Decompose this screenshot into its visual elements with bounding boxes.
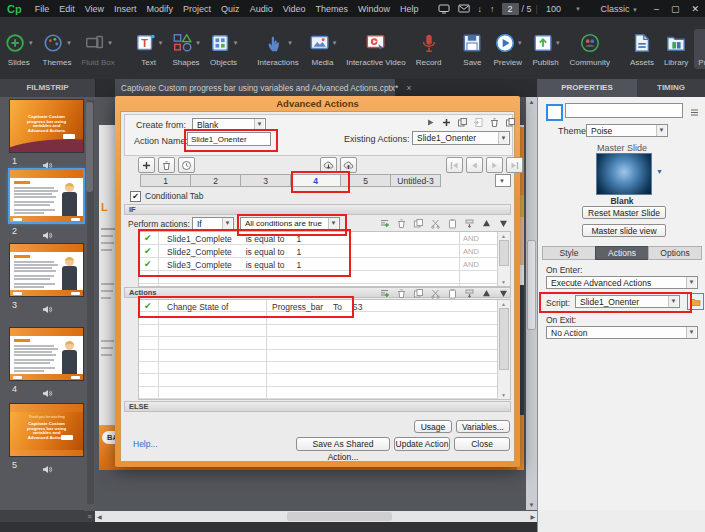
- toolbar-slides-button[interactable]: ▾Slides: [1, 29, 37, 69]
- delete-row-icon[interactable]: [395, 217, 408, 230]
- conditions-mode-dropdown[interactable]: All conditions are true▼: [240, 217, 340, 230]
- toolbar-publish-button[interactable]: ▾Publish: [528, 29, 564, 69]
- filmstrip-corner-box[interactable]: ≡: [84, 511, 95, 522]
- zoom-value[interactable]: 100: [546, 4, 561, 14]
- toolbar-record-button[interactable]: Record: [412, 29, 446, 69]
- decision-tab-overflow-dropdown[interactable]: ▼: [495, 174, 511, 187]
- action-row-empty[interactable]: [139, 350, 510, 362]
- filmstrip-slide-3[interactable]: [10, 244, 83, 296]
- scroll-down-icon[interactable]: ▼: [526, 502, 537, 508]
- usage-button[interactable]: Usage: [414, 420, 452, 433]
- filmstrip-scrollbar[interactable]: [87, 100, 94, 504]
- insert-row-icon[interactable]: [378, 217, 391, 230]
- action-row-empty[interactable]: [139, 312, 510, 324]
- slide-audio-icon[interactable]: [42, 460, 53, 478]
- canvas-vertical-scrollbar[interactable]: ▲ ▼: [526, 97, 537, 510]
- vertical-scroll-thumb[interactable]: [527, 240, 536, 330]
- previous-slide-icon[interactable]: ↓: [478, 4, 483, 14]
- toolbar-interactions-button[interactable]: ▾Interactions: [253, 29, 302, 69]
- first-action-icon[interactable]: [446, 157, 463, 173]
- action-row[interactable]: ✔Change State ofProgress_barToS3: [139, 300, 510, 312]
- toolbar-library-button[interactable]: Library: [660, 29, 692, 69]
- menu-modify[interactable]: Modify: [142, 4, 179, 14]
- delete-action-icon[interactable]: [488, 116, 501, 129]
- condition-row[interactable]: ✔Slide1_Completeis equal to1AND: [139, 232, 510, 245]
- conditions-scrollbar[interactable]: ▲ ▼: [497, 232, 510, 286]
- menu-project[interactable]: Project: [178, 4, 216, 14]
- canvas-horizontal-scrollbar[interactable]: ◀ ▶: [95, 511, 537, 522]
- maximize-button[interactable]: ▢: [665, 4, 686, 14]
- document-tab[interactable]: Captivate Custom progress bar using vari…: [115, 79, 395, 97]
- variables-button[interactable]: Variables...: [456, 420, 510, 433]
- tab-options[interactable]: Options: [648, 246, 702, 260]
- menu-file[interactable]: File: [30, 4, 55, 14]
- action-row-empty[interactable]: [139, 387, 510, 399]
- toolbar-shapes-button[interactable]: ▾Shapes: [168, 29, 204, 69]
- dialog-title[interactable]: Advanced Actions: [115, 96, 520, 111]
- delete-action-icon[interactable]: [158, 157, 175, 173]
- slide-audio-icon[interactable]: [42, 226, 53, 244]
- toolbar-text-button[interactable]: T▾Text: [131, 29, 167, 69]
- toolbar-interactive-video-button[interactable]: Interactive Video: [342, 29, 409, 69]
- panel-menu-icon[interactable]: [689, 104, 700, 122]
- add-action-icon[interactable]: [138, 157, 155, 173]
- next-action-icon[interactable]: [486, 157, 503, 173]
- minimize-button[interactable]: –: [648, 4, 665, 14]
- else-section-bar[interactable]: ELSE: [124, 401, 511, 412]
- menu-video[interactable]: Video: [278, 4, 311, 14]
- slide-audio-icon[interactable]: [42, 384, 53, 402]
- perform-actions-dropdown[interactable]: If▼: [192, 217, 234, 230]
- help-link[interactable]: Help...: [133, 439, 158, 449]
- action-row-empty[interactable]: [139, 325, 510, 337]
- next-slide-icon[interactable]: ↑: [490, 4, 495, 14]
- toolbar-objects-button[interactable]: ▾Objects: [206, 29, 242, 69]
- save-as-shared-action-button[interactable]: Save As Shared Action...: [296, 437, 390, 451]
- decision-tab-1[interactable]: 1: [140, 174, 191, 187]
- decision-tab-3[interactable]: 3: [240, 174, 291, 187]
- decision-tab-2[interactable]: 2: [190, 174, 241, 187]
- toolbar-themes-button[interactable]: ▾Themes: [39, 29, 76, 69]
- filmstrip-slide-5[interactable]: Thank you for watchingCaptivate Custom p…: [10, 404, 83, 456]
- document-close-icon[interactable]: ×: [407, 83, 412, 93]
- scroll-up-icon[interactable]: ▲: [526, 99, 537, 105]
- insert-below-icon[interactable]: [463, 217, 476, 230]
- current-slide-field[interactable]: 2: [502, 3, 519, 15]
- previous-action-icon[interactable]: [466, 157, 483, 173]
- slide-name-field[interactable]: [565, 103, 683, 118]
- mobile-preview-icon[interactable]: [438, 4, 450, 14]
- create-from-dropdown[interactable]: Blank▼: [192, 118, 266, 131]
- decision-tab-5[interactable]: 5: [340, 174, 391, 187]
- copy-action-icon[interactable]: [504, 116, 517, 129]
- decision-tab-4[interactable]: 4: [290, 174, 341, 187]
- filmstrip-slide-2[interactable]: [10, 170, 83, 222]
- scroll-right-icon[interactable]: ▶: [530, 513, 535, 520]
- toolbar-media-button[interactable]: ▾Media: [305, 29, 341, 69]
- toolbar-community-button[interactable]: Community: [565, 29, 613, 69]
- mail-icon[interactable]: [458, 4, 470, 13]
- menu-insert[interactable]: Insert: [109, 4, 142, 14]
- scroll-left-icon[interactable]: ◀: [97, 513, 102, 520]
- action-row-empty[interactable]: [139, 362, 510, 374]
- reset-master-slide-button[interactable]: Reset Master Slide: [582, 206, 666, 219]
- actions-scrollbar[interactable]: ▲ ▼: [497, 300, 510, 399]
- toolbar-assets-button[interactable]: Assets: [626, 29, 658, 69]
- menu-themes[interactable]: Themes: [311, 4, 354, 14]
- menu-help[interactable]: Help: [395, 4, 424, 14]
- filmstrip-panel-tab[interactable]: FILMSTRIP: [0, 79, 96, 97]
- action-name-input[interactable]: [187, 132, 271, 146]
- slide-properties-icon[interactable]: [546, 104, 563, 121]
- slide-audio-icon[interactable]: [42, 300, 53, 318]
- horizontal-scroll-thumb[interactable]: [287, 512, 392, 521]
- theme-dropdown[interactable]: Poise▼: [586, 124, 668, 137]
- import-action-icon[interactable]: [472, 116, 485, 129]
- new-action-icon[interactable]: [440, 116, 453, 129]
- menu-audio[interactable]: Audio: [245, 4, 278, 14]
- usage-timer-icon[interactable]: [178, 157, 195, 173]
- copy-row-icon[interactable]: [412, 217, 425, 230]
- existing-actions-dropdown[interactable]: Slide1_Onenter▼: [412, 131, 510, 145]
- filmstrip-slide-1[interactable]: Captivate Custom progress bar using vari…: [10, 100, 83, 152]
- on-enter-dropdown[interactable]: Execute Advanced Actions▼: [546, 276, 698, 289]
- browse-script-folder-icon[interactable]: [687, 293, 704, 310]
- condition-row[interactable]: ✔Slide2_Completeis equal to1AND: [139, 245, 510, 258]
- last-action-icon[interactable]: [506, 157, 523, 173]
